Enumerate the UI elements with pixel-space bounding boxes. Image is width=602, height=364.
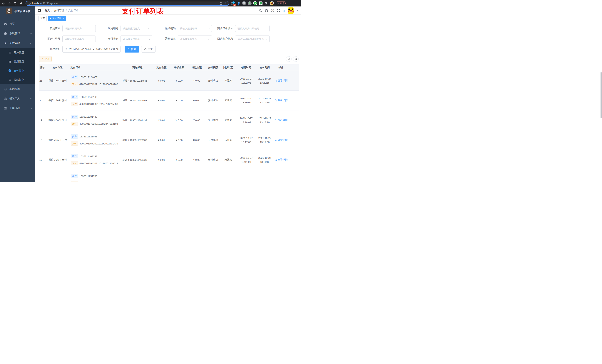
browser-chrome: i localhost:1024/pay/order ☆ 10 ⌘ y 更新 [0,0,301,7]
notify-status: 未通知 [220,79,236,82]
extension-diamond-icon[interactable]: 10 [231,1,235,5]
sidebar-item-infra[interactable]: 基础设施 [0,84,35,94]
extension-command-icon[interactable]: ⌘ [242,1,246,5]
yen-circle-icon [8,69,11,72]
search-icon[interactable] [259,9,262,12]
sidebar-item-label: 应用信息 [14,60,24,63]
bookmark-star-icon[interactable]: ☆ [225,2,227,5]
sidebar-item-refund-order[interactable]: 退款订单 [0,75,35,84]
tab-home[interactable]: 首页 [39,16,47,21]
table-row[interactable]: 117 微信 JSAPI 支付 商户1635311468233 支付420000… [39,150,299,170]
font-size-icon[interactable]: tT [283,9,285,12]
merchant-tag: 商户 [71,75,78,79]
sidebar-item-system[interactable]: 系统管理 [0,29,35,38]
share-icon[interactable] [220,2,222,5]
notify-status: 未通知 [220,158,236,161]
chevron-down-icon [30,88,32,90]
tab-close-icon[interactable]: × [63,17,64,20]
browser-back-icon[interactable] [1,1,6,6]
sidebar-item-merchant-info[interactable]: 商户信息 [0,48,35,57]
sidebar-item-payment[interactable]: ¥ 支付管理 [0,38,35,48]
sidebar-item-pay-order[interactable]: 支付订单 [0,66,35,75]
sidebar-item-home[interactable]: 首页 [0,19,35,29]
app-logo-row[interactable]: 芋道管理系统 [0,7,35,16]
view-detail-link[interactable]: 查看详情 [275,119,288,122]
merchant-order-no-input[interactable] [235,25,269,32]
browser-reload-icon[interactable] [13,1,18,6]
view-detail-link[interactable]: 查看详情 [275,138,288,142]
site-info-icon[interactable]: i [28,2,31,5]
extension-kite-icon[interactable] [236,1,240,5]
filter-label-channel-order-no: 渠道订单号 [39,37,62,41]
extension-chat-icon[interactable] [259,1,263,5]
browser-home-icon[interactable] [19,1,24,6]
tab-pay-order[interactable]: 支付订单 × [48,16,66,21]
merchant-tag: 商户 [71,174,78,178]
table-row[interactable]: 120 微信 JSAPI 支付 商户1635311949168 支付420000… [39,91,299,110]
sidebar-item-label: 研发工具 [10,97,28,100]
pay-status-select[interactable] [121,36,152,42]
pay-status: 支付成功 [205,119,220,122]
monitor-chart-icon [4,87,7,91]
pay-tag: 支付 [71,161,78,165]
pay-status: 支付成功 [205,158,220,161]
merchant-tag: 商户 [71,135,78,138]
chevron-down-icon [30,107,32,109]
pay-tag: 支付 [71,82,78,86]
app-select[interactable] [121,25,152,32]
pay-status: 支付成功 [205,79,220,82]
breadcrumb-home[interactable]: 首页 [45,9,50,12]
sidebar-item-dev-tools[interactable]: 研发工具 [0,94,35,104]
table-row[interactable]: 121 微信 JSAPI 支付 商户1635312124657 支付420000… [39,71,299,91]
table-row[interactable]: 119 微信 JSAPI 支付 商户1635311881440 支付420000… [39,110,299,130]
show-search-toggle-button[interactable] [286,56,291,62]
pay-tag: 支付 [71,142,78,146]
create-time-range-picker[interactable]: 2021-10-01 00:00:00 - 2021-10-31 23:59:5… [62,46,120,52]
breadcrumb: 首页 / 支付管理 / 支付订单 [45,9,79,12]
extension-y-icon[interactable]: y [253,1,257,5]
sidebar-collapse-icon[interactable] [38,9,42,12]
fullscreen-icon[interactable] [277,9,280,12]
view-detail-link[interactable]: 查看详情 [275,158,288,161]
merchant-select[interactable] [63,25,96,32]
orders-table: 编号 支付渠道 支付订单 商品标题 支付金额 手续金额 退款金额 支付状态 回调… [39,64,299,182]
chrome-menu-icon[interactable] [283,2,284,4]
view-detail-link[interactable]: 查看详情 [275,99,288,102]
extension-dot-icon[interactable] [248,1,252,5]
notify-status-select[interactable] [235,36,269,42]
pay-status: 支付成功 [205,138,220,142]
sidebar-item-label: 支付订单 [14,69,24,72]
reset-button[interactable]: 重置 [141,46,156,52]
pay-tag: 支付 [71,122,78,126]
toolbox-icon [4,97,7,100]
sidebar-item-label: 系统管理 [10,32,28,35]
merchant-tag: 商户 [71,115,78,119]
table-row[interactable]: 118 微信 JSAPI 支付 商户1635311823086 支付420000… [39,130,299,150]
export-button[interactable]: 导出 [39,56,52,62]
page-annotation: 支付订单列表 [122,7,164,16]
channel-code-select[interactable] [178,25,212,32]
search-button[interactable]: 搜索 [125,46,139,52]
user-avatar[interactable] [288,7,294,14]
address-bar[interactable]: i localhost:1024/pay/order ☆ [26,1,229,6]
browser-forward-icon[interactable] [7,1,12,6]
view-detail-link[interactable]: 查看详情 [275,79,288,82]
profile-emoji-icon[interactable] [270,1,274,5]
refresh-table-button[interactable] [293,56,299,62]
help-icon[interactable]: ? [271,9,274,12]
extensions-puzzle-icon[interactable] [264,1,268,5]
pay-status: 支付成功 [205,99,220,102]
github-icon[interactable] [265,9,268,12]
channel-order-no-input[interactable] [63,36,96,42]
merchant-tag: 商户 [71,95,78,99]
merchant-tag: 商户 [71,154,78,158]
sidebar-item-workflow[interactable]: 工作流程 [0,104,35,113]
sidebar-item-app-info[interactable]: 应用信息 [0,57,35,66]
chrome-update-button[interactable]: 更新 [276,1,286,5]
breadcrumb-payment[interactable]: 支付管理 [54,9,64,12]
table-row[interactable]: 商户1635311251736 支付 [39,170,299,182]
refund-status-select[interactable] [178,36,212,42]
date-start-value: 2021-10-01 00:00:00 [68,48,91,51]
shop-icon [8,51,11,54]
avatar-caret-icon[interactable] [297,10,298,11]
